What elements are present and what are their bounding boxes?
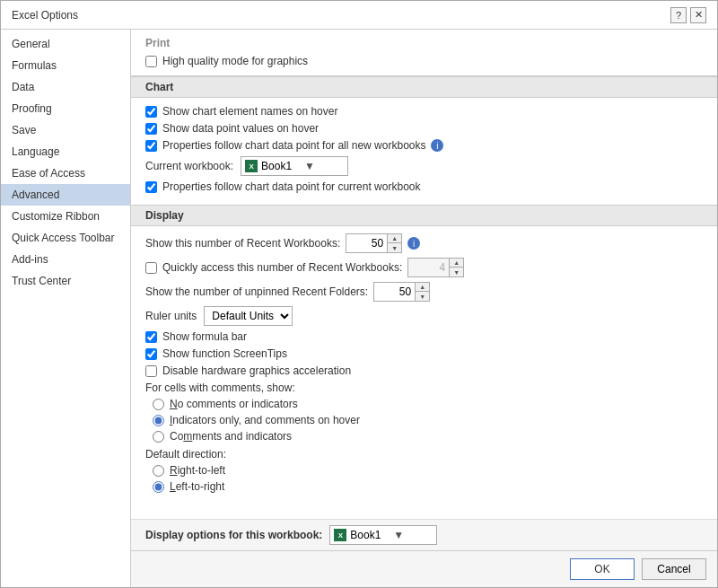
unpinned-folders-spinner: ▲ ▼ bbox=[373, 282, 430, 302]
ok-button[interactable]: OK bbox=[570, 558, 635, 580]
direction-group-label: Default direction: bbox=[145, 448, 703, 461]
quickly-access-up[interactable]: ▲ bbox=[449, 259, 463, 268]
recent-workbooks-input[interactable] bbox=[346, 234, 387, 252]
sidebar-item-formulas[interactable]: Formulas bbox=[1, 55, 130, 76]
scroll-inner[interactable]: Print High quality mode for graphics Cha… bbox=[131, 30, 717, 519]
chart-header: Chart bbox=[131, 76, 717, 98]
show-names-label: Show chart element names on hover bbox=[162, 105, 337, 118]
display-workbook-select[interactable]: X Book1 ▼ bbox=[329, 525, 437, 545]
hardware-checkbox[interactable] bbox=[145, 365, 157, 377]
cancel-button[interactable]: Cancel bbox=[642, 558, 706, 580]
ltr-radio[interactable] bbox=[153, 481, 164, 493]
no-comments-row: No comments or indicators bbox=[145, 398, 703, 410]
sidebar-item-proofing[interactable]: Proofing bbox=[1, 98, 130, 119]
no-comments-label: No comments or indicators bbox=[170, 398, 298, 410]
ruler-units-select[interactable]: Default Units Inches Centimeters Millime… bbox=[204, 306, 293, 326]
screentips-checkbox[interactable] bbox=[145, 348, 157, 360]
unpinned-folders-down[interactable]: ▼ bbox=[415, 292, 429, 301]
chart-content: Show chart element names on hover Show d… bbox=[131, 98, 717, 205]
print-section: Print High quality mode for graphics bbox=[131, 30, 717, 76]
rtl-radio[interactable] bbox=[153, 465, 164, 477]
sidebar-item-quick-access-toolbar[interactable]: Quick Access Toolbar bbox=[1, 227, 130, 249]
sidebar-item-save[interactable]: Save bbox=[1, 119, 130, 141]
sidebar-item-trust-center[interactable]: Trust Center bbox=[1, 270, 130, 292]
recent-workbooks-down[interactable]: ▼ bbox=[387, 243, 401, 252]
sidebar-item-ease-of-access[interactable]: Ease of Access bbox=[1, 162, 130, 184]
dialog-body: General Formulas Data Proofing Save Lang… bbox=[1, 30, 717, 587]
excel-icon-chart: X bbox=[245, 160, 258, 172]
formula-bar-row: Show formula bar bbox=[145, 330, 703, 343]
title-bar: Excel Options ? ✕ bbox=[1, 1, 717, 30]
current-workbook-select[interactable]: X Book1 ▼ bbox=[241, 156, 348, 176]
rtl-label: Right-to-left bbox=[170, 464, 225, 477]
sidebar-item-customize-ribbon[interactable]: Customize Ribbon bbox=[1, 206, 130, 227]
screentips-label: Show function ScreenTips bbox=[162, 347, 287, 360]
current-workbook-label: Current workbook: bbox=[145, 160, 233, 172]
properties-current-row: Properties follow chart data point for c… bbox=[145, 180, 703, 193]
comments-indicators-row: Comments and indicators bbox=[145, 430, 703, 443]
quickly-access-spinner: ▲ ▼ bbox=[407, 258, 464, 277]
no-comments-radio[interactable] bbox=[153, 399, 164, 410]
formula-bar-checkbox[interactable] bbox=[145, 331, 157, 343]
recent-workbooks-spinner-btns: ▲ ▼ bbox=[387, 234, 401, 252]
recent-workbooks-row: Show this number of Recent Workbooks: ▲ … bbox=[145, 233, 703, 253]
quickly-access-input[interactable] bbox=[408, 259, 449, 276]
show-values-label: Show data point values on hover bbox=[162, 122, 319, 135]
print-header: Print bbox=[145, 37, 703, 49]
comments-group-label: For cells with comments, show: bbox=[145, 382, 703, 394]
sidebar-item-general[interactable]: General bbox=[1, 33, 130, 55]
indicators-only-radio[interactable] bbox=[153, 415, 164, 426]
high-quality-label: High quality mode for graphics bbox=[162, 55, 308, 67]
chart-section: Chart Show chart element names on hover … bbox=[131, 76, 717, 205]
properties-all-label: Properties follow chart data point for a… bbox=[162, 139, 425, 152]
display-workbook-value: Book1 bbox=[350, 529, 390, 541]
indicators-only-label: Indicators only, and comments on hover bbox=[170, 414, 360, 426]
main-content: Print High quality mode for graphics Cha… bbox=[131, 30, 717, 587]
ltr-row: Left-to-right bbox=[145, 480, 703, 493]
show-names-row: Show chart element names on hover bbox=[145, 105, 703, 118]
sidebar-item-data[interactable]: Data bbox=[1, 76, 130, 98]
sidebar-item-advanced[interactable]: Advanced bbox=[1, 184, 130, 206]
excel-options-dialog: Excel Options ? ✕ General Formulas Data … bbox=[0, 0, 718, 588]
properties-current-checkbox[interactable] bbox=[145, 181, 157, 193]
ruler-units-row: Ruler units Default Units Inches Centime… bbox=[145, 306, 703, 326]
close-button[interactable]: ✕ bbox=[690, 7, 706, 23]
unpinned-folders-up[interactable]: ▲ bbox=[415, 283, 429, 292]
sidebar: General Formulas Data Proofing Save Lang… bbox=[1, 30, 131, 587]
high-quality-row: High quality mode for graphics bbox=[145, 55, 703, 67]
quickly-access-down[interactable]: ▼ bbox=[449, 268, 463, 276]
recent-workbooks-label: Show this number of Recent Workbooks: bbox=[145, 237, 340, 250]
show-values-checkbox[interactable] bbox=[145, 123, 157, 135]
help-button[interactable]: ? bbox=[670, 7, 687, 23]
current-workbook-value: Book1 bbox=[261, 160, 301, 172]
show-names-checkbox[interactable] bbox=[145, 106, 157, 118]
footer-buttons: OK Cancel bbox=[131, 550, 717, 587]
unpinned-folders-input[interactable] bbox=[374, 283, 415, 301]
quickly-access-label: Quickly access this number of Recent Wor… bbox=[162, 261, 402, 274]
formula-bar-label: Show formula bar bbox=[162, 330, 247, 343]
properties-all-row: Properties follow chart data point for a… bbox=[145, 139, 703, 152]
sidebar-item-language[interactable]: Language bbox=[1, 141, 130, 162]
scroll-container: Print High quality mode for graphics Cha… bbox=[131, 30, 717, 519]
title-bar-controls: ? ✕ bbox=[670, 7, 706, 23]
unpinned-folders-label: Show the number of unpinned Recent Folde… bbox=[145, 285, 368, 298]
recent-workbooks-up[interactable]: ▲ bbox=[387, 234, 401, 243]
comments-indicators-radio[interactable] bbox=[153, 431, 164, 443]
properties-all-checkbox[interactable] bbox=[145, 140, 157, 152]
unpinned-folders-spinner-btns: ▲ ▼ bbox=[415, 283, 429, 301]
title-bar-left: Excel Options bbox=[12, 9, 78, 22]
display-header: Display bbox=[131, 205, 717, 226]
quickly-access-checkbox[interactable] bbox=[145, 262, 157, 274]
ltr-label: Left-to-right bbox=[170, 480, 224, 493]
display-workbook-arrow: ▼ bbox=[393, 529, 433, 541]
high-quality-checkbox[interactable] bbox=[145, 56, 157, 67]
recent-workbooks-info-icon[interactable]: i bbox=[407, 237, 420, 250]
properties-all-info-icon[interactable]: i bbox=[431, 139, 443, 152]
excel-icon-workbook: X bbox=[334, 529, 346, 541]
show-values-row: Show data point values on hover bbox=[145, 122, 703, 135]
properties-current-label: Properties follow chart data point for c… bbox=[162, 180, 420, 193]
quickly-access-row: Quickly access this number of Recent Wor… bbox=[145, 258, 703, 277]
comments-indicators-label: Comments and indicators bbox=[170, 430, 292, 443]
sidebar-item-add-ins[interactable]: Add-ins bbox=[1, 249, 130, 270]
quickly-access-spinner-btns: ▲ ▼ bbox=[449, 259, 463, 276]
